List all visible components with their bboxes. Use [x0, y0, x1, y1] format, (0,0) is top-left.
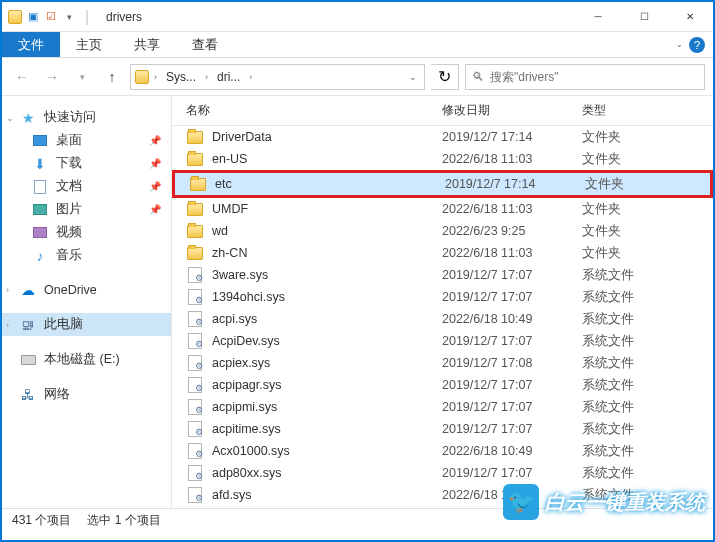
sidebar-item-local-disk[interactable]: 本地磁盘 (E:): [2, 348, 171, 371]
chevron-down-icon[interactable]: ⌄: [6, 113, 14, 123]
file-date: 2019/12/7 17:07: [442, 290, 582, 304]
minimize-button[interactable]: ─: [575, 2, 621, 32]
file-date: 2022/6/18 11:03: [442, 202, 582, 216]
back-button[interactable]: ←: [10, 65, 34, 89]
sidebar-item-this-pc[interactable]: › 🖳 此电脑: [2, 313, 171, 336]
file-row[interactable]: AcpiDev.sys2019/12/7 17:07系统文件: [172, 330, 713, 352]
ribbon-expand-icon[interactable]: ⌄: [676, 40, 683, 49]
file-name: 1394ohci.sys: [212, 290, 442, 304]
file-type: 系统文件: [582, 267, 713, 284]
address-box[interactable]: › Sys... › dri... › ⌄: [130, 64, 425, 90]
file-row[interactable]: acpipagr.sys2019/12/7 17:07系统文件: [172, 374, 713, 396]
quick-access-toolbar: ▣ ☑ ▾ |: [2, 10, 100, 24]
file-row[interactable]: adp80xx.sys2019/12/7 17:07系统文件: [172, 462, 713, 484]
maximize-button[interactable]: ☐: [621, 2, 667, 32]
file-date: 2019/12/7 17:07: [442, 422, 582, 436]
file-row[interactable]: acpi.sys2022/6/18 10:49系统文件: [172, 308, 713, 330]
sysfile-icon: [186, 289, 204, 305]
help-icon[interactable]: ?: [689, 37, 705, 53]
chevron-right-icon[interactable]: ›: [6, 320, 9, 330]
chevron-right-icon[interactable]: ›: [151, 72, 160, 82]
checkbox-icon[interactable]: ☑: [44, 10, 58, 24]
sidebar-item-desktop[interactable]: 桌面 📌: [2, 129, 171, 152]
ribbon-tabs: 文件 主页 共享 查看 ⌄ ?: [2, 32, 713, 58]
breadcrumb-seg[interactable]: Sys...: [162, 68, 200, 86]
drive-icon: [20, 352, 36, 368]
address-dropdown-icon[interactable]: ⌄: [406, 72, 420, 82]
file-name: 3ware.sys: [212, 268, 442, 282]
file-row[interactable]: UMDF2022/6/18 11:03文件夹: [172, 198, 713, 220]
sidebar-item-pictures[interactable]: 图片 📌: [2, 198, 171, 221]
sidebar-item-videos[interactable]: 视频: [2, 221, 171, 244]
column-name[interactable]: 名称: [186, 102, 442, 119]
chevron-right-icon[interactable]: ›: [246, 72, 255, 82]
file-type: 系统文件: [582, 289, 713, 306]
file-date: 2022/6/18 11:03: [442, 246, 582, 260]
sidebar-item-network[interactable]: 🖧 网络: [2, 383, 171, 406]
file-date: 2019/12/7 17:07: [442, 400, 582, 414]
tab-share[interactable]: 共享: [118, 32, 176, 57]
sidebar-item-label: 本地磁盘 (E:): [44, 351, 120, 368]
sidebar-item-quick-access[interactable]: ⌄ ★ 快速访问: [2, 106, 171, 129]
file-row[interactable]: etc2019/12/7 17:14文件夹: [175, 173, 710, 195]
file-type: 文件夹: [582, 201, 713, 218]
sysfile-icon: [186, 487, 204, 503]
sidebar-item-onedrive[interactable]: › ☁ OneDrive: [2, 279, 171, 301]
sidebar-item-label: 网络: [44, 386, 70, 403]
file-row[interactable]: wd2022/6/23 9:25文件夹: [172, 220, 713, 242]
tab-view[interactable]: 查看: [176, 32, 234, 57]
folder-icon: [186, 129, 204, 145]
pictures-icon: [32, 202, 48, 218]
file-row[interactable]: acpiex.sys2019/12/7 17:08系统文件: [172, 352, 713, 374]
qat-dropdown-icon[interactable]: ▾: [62, 10, 76, 24]
sidebar-item-downloads[interactable]: ⬇ 下载 📌: [2, 152, 171, 175]
file-list[interactable]: DriverData2019/12/7 17:14文件夹en-US2022/6/…: [172, 126, 713, 508]
pin-icon: 📌: [149, 181, 161, 192]
videos-icon: [32, 225, 48, 241]
tab-home[interactable]: 主页: [60, 32, 118, 57]
file-row[interactable]: acpipmi.sys2019/12/7 17:07系统文件: [172, 396, 713, 418]
file-date: 2022/6/18 11:03: [442, 152, 582, 166]
file-row[interactable]: Acx01000.sys2022/6/18 10:49系统文件: [172, 440, 713, 462]
navigation-pane[interactable]: ⌄ ★ 快速访问 桌面 📌 ⬇ 下载 📌 文档 📌 图片: [2, 96, 172, 508]
sidebar-item-documents[interactable]: 文档 📌: [2, 175, 171, 198]
column-type[interactable]: 类型: [582, 102, 713, 119]
sidebar-item-label: 视频: [56, 224, 82, 241]
sidebar-item-music[interactable]: ♪ 音乐: [2, 244, 171, 267]
search-input[interactable]: [490, 70, 698, 84]
file-date: 2019/12/7 17:07: [442, 466, 582, 480]
cloud-icon: ☁: [20, 282, 36, 298]
up-button[interactable]: ↑: [100, 65, 124, 89]
file-row[interactable]: DriverData2019/12/7 17:14文件夹: [172, 126, 713, 148]
main-area: ⌄ ★ 快速访问 桌面 📌 ⬇ 下载 📌 文档 📌 图片: [2, 96, 713, 508]
chevron-right-icon[interactable]: ›: [6, 285, 9, 295]
file-row[interactable]: afd.sys2022/6/18 10:49系统文件: [172, 484, 713, 506]
file-date: 2019/12/7 17:07: [442, 378, 582, 392]
file-row[interactable]: zh-CN2022/6/18 11:03文件夹: [172, 242, 713, 264]
file-name: acpiex.sys: [212, 356, 442, 370]
folder-icon: [186, 223, 204, 239]
forward-button[interactable]: →: [40, 65, 64, 89]
breadcrumb-seg[interactable]: dri...: [213, 68, 244, 86]
sysfile-icon: [186, 399, 204, 415]
pin-icon: 📌: [149, 204, 161, 215]
chevron-right-icon[interactable]: ›: [202, 72, 211, 82]
file-row[interactable]: en-US2022/6/18 11:03文件夹: [172, 148, 713, 170]
file-type: 系统文件: [582, 311, 713, 328]
file-row[interactable]: 1394ohci.sys2019/12/7 17:07系统文件: [172, 286, 713, 308]
file-row[interactable]: 3ware.sys2019/12/7 17:07系统文件: [172, 264, 713, 286]
recent-dropdown[interactable]: ▾: [70, 65, 94, 89]
folder-icon: [186, 201, 204, 217]
close-button[interactable]: ✕: [667, 2, 713, 32]
refresh-button[interactable]: ↻: [431, 64, 459, 90]
column-date[interactable]: 修改日期: [442, 102, 582, 119]
tab-file[interactable]: 文件: [2, 32, 60, 57]
search-box[interactable]: 🔍︎: [465, 64, 705, 90]
file-row[interactable]: acpitime.sys2019/12/7 17:07系统文件: [172, 418, 713, 440]
properties-icon[interactable]: ▣: [26, 10, 40, 24]
file-name: adp80xx.sys: [212, 466, 442, 480]
column-headers[interactable]: 名称 修改日期 类型: [172, 96, 713, 126]
file-type: 文件夹: [582, 151, 713, 168]
file-type: 文件夹: [582, 129, 713, 146]
file-type: 文件夹: [582, 245, 713, 262]
